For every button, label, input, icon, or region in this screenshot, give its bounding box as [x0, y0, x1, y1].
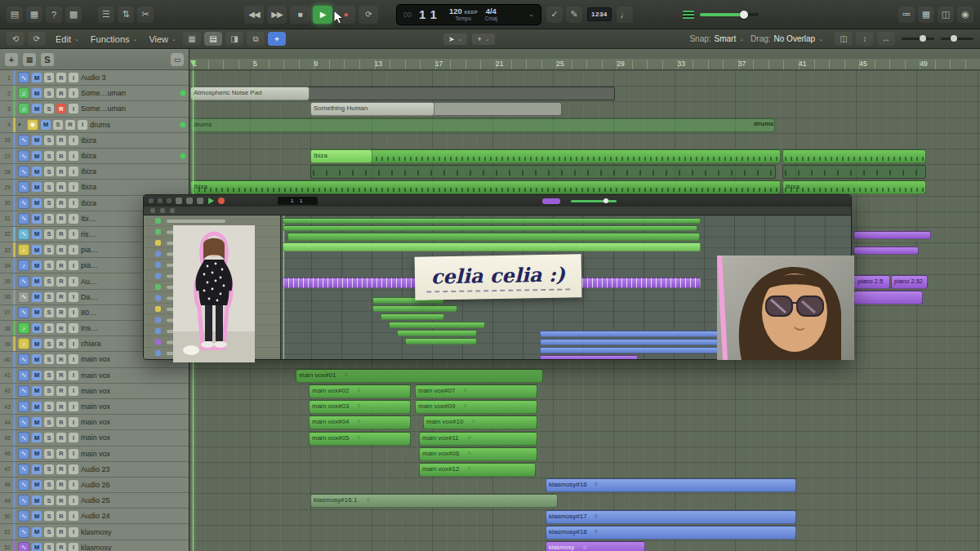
- mute-button[interactable]: M: [32, 167, 42, 176]
- track-on-led[interactable]: [180, 91, 185, 96]
- record-enable-button[interactable]: R: [56, 182, 66, 192]
- region[interactable]: main vox#06○: [419, 447, 537, 461]
- record-enable-button[interactable]: R: [56, 88, 66, 98]
- solo-button[interactable]: S: [44, 151, 54, 161]
- solo-button[interactable]: S: [44, 386, 54, 396]
- tuner-icon[interactable]: ✓: [546, 7, 563, 23]
- mute-button[interactable]: M: [32, 417, 42, 427]
- record-enable-button[interactable]: R: [56, 214, 66, 224]
- region[interactable]: klasmosy#17○: [546, 510, 796, 524]
- count-in-button[interactable]: 1234: [587, 7, 612, 21]
- record-enable-button[interactable]: R: [56, 260, 66, 270]
- region[interactable]: main vox#10○: [423, 415, 537, 429]
- region[interactable]: klasmosy#18○: [546, 526, 796, 540]
- zoom-presets-icon[interactable]: ▭: [171, 53, 184, 66]
- solo-button[interactable]: S: [44, 464, 54, 474]
- input-monitor-button[interactable]: I: [69, 136, 78, 145]
- solo-button[interactable]: S: [53, 120, 63, 130]
- add-track-button[interactable]: +: [5, 53, 18, 66]
- input-monitor-button[interactable]: I: [69, 480, 78, 490]
- record-enable-button[interactable]: R: [56, 480, 66, 490]
- region[interactable]: piano 2.52: [891, 275, 928, 289]
- menu-edit[interactable]: Edit⌄: [56, 34, 79, 44]
- cycle-button[interactable]: ⟳: [359, 6, 378, 24]
- mute-button[interactable]: M: [32, 449, 42, 459]
- region[interactable]: Something Human: [310, 102, 434, 116]
- record-enable-button[interactable]: R: [56, 402, 66, 411]
- record-enable-button[interactable]: R: [56, 417, 66, 427]
- toolbar-menu-icon[interactable]: ▤: [7, 7, 23, 23]
- solo-button[interactable]: S: [44, 167, 54, 176]
- mute-button[interactable]: M: [41, 120, 51, 130]
- track-row[interactable]: 50∿MSRIAudio 24: [0, 509, 189, 524]
- record-enable-button[interactable]: R: [56, 104, 66, 113]
- mute-button[interactable]: M: [32, 527, 42, 537]
- input-monitor-button[interactable]: I: [69, 73, 78, 82]
- input-monitor-button[interactable]: I: [69, 433, 78, 442]
- track-row[interactable]: 48∿MSRIAudio 26: [0, 478, 189, 493]
- track-on-led[interactable]: [180, 122, 185, 127]
- track-name[interactable]: Audio 25: [81, 496, 185, 504]
- mute-button[interactable]: M: [32, 464, 42, 474]
- record-enable-button[interactable]: R: [56, 433, 66, 442]
- record-enable-button[interactable]: R: [56, 151, 66, 161]
- horizontal-zoom-icon[interactable]: ↔: [877, 32, 895, 46]
- track-name[interactable]: Some…uman: [81, 104, 185, 113]
- record-enable-button[interactable]: R: [56, 323, 66, 333]
- region[interactable]: main vox#11○: [419, 432, 537, 446]
- track-name[interactable]: Audio 26: [81, 481, 185, 489]
- mute-button[interactable]: M: [32, 214, 42, 224]
- input-monitor-button[interactable]: I: [69, 214, 78, 224]
- track-name[interactable]: main vox: [81, 433, 185, 442]
- note-pads-icon[interactable]: ▦: [918, 7, 934, 23]
- input-monitor-button[interactable]: I: [69, 167, 78, 176]
- region[interactable]: main vox#05○: [309, 432, 411, 446]
- record-enable-button[interactable]: R: [56, 449, 66, 459]
- input-monitor-button[interactable]: I: [69, 198, 78, 208]
- record-enable-button[interactable]: R: [65, 120, 75, 130]
- menu-functions[interactable]: Functions⌄: [91, 34, 138, 44]
- track-name[interactable]: Ibiza: [81, 136, 185, 144]
- region[interactable]: klasmosy#16○: [546, 478, 796, 492]
- forward-button[interactable]: ▶▶: [267, 6, 287, 24]
- track-name[interactable]: main vox: [81, 450, 185, 458]
- undo-icon[interactable]: ⟲: [7, 32, 24, 46]
- track-name[interactable]: main vox: [81, 418, 185, 426]
- track-row[interactable]: 49∿MSRIAudio 25: [0, 493, 189, 509]
- vertical-zoom-icon[interactable]: ↕: [856, 32, 874, 46]
- mute-button[interactable]: M: [32, 543, 42, 551]
- disclosure-triangle-icon[interactable]: ▾: [18, 122, 24, 128]
- solo-button[interactable]: S: [44, 402, 54, 411]
- solo-button[interactable]: S: [44, 229, 54, 239]
- solo-button[interactable]: S: [44, 277, 54, 287]
- track-name[interactable]: Audio 23: [81, 465, 185, 473]
- region[interactable]: [782, 149, 926, 163]
- mute-button[interactable]: M: [32, 371, 42, 380]
- track-row[interactable]: 42∿MSRImain vox: [0, 384, 189, 399]
- catch-playhead-icon[interactable]: ⌖: [268, 32, 286, 46]
- record-enable-button[interactable]: R: [56, 386, 66, 396]
- track-name[interactable]: Ibiza: [81, 183, 185, 191]
- screenset-icon[interactable]: ▦: [26, 7, 42, 23]
- track-row[interactable]: 3♫MSRISome…uman: [0, 101, 189, 117]
- replace-icon[interactable]: ✎: [566, 7, 582, 23]
- record-enable-button[interactable]: R: [56, 354, 66, 364]
- mute-button[interactable]: M: [32, 495, 42, 505]
- tools-icon[interactable]: ✂: [137, 7, 154, 23]
- automation-icon[interactable]: ◨: [225, 32, 243, 46]
- solo-button[interactable]: S: [44, 88, 54, 98]
- list-view-icon[interactable]: ▤: [204, 32, 222, 46]
- input-monitor-button[interactable]: I: [69, 339, 78, 349]
- mute-button[interactable]: M: [32, 73, 42, 82]
- record-enable-button[interactable]: R: [56, 495, 66, 505]
- input-monitor-button[interactable]: I: [69, 511, 78, 521]
- solo-button[interactable]: S: [44, 371, 54, 380]
- record-enable-button[interactable]: R: [56, 73, 66, 82]
- mute-button[interactable]: M: [32, 323, 42, 333]
- input-monitor-button[interactable]: I: [69, 229, 78, 239]
- solo-button[interactable]: S: [44, 495, 54, 505]
- region[interactable]: [310, 165, 776, 179]
- menu-view[interactable]: View⌄: [149, 34, 176, 44]
- record-enable-button[interactable]: R: [56, 511, 66, 521]
- solo-button[interactable]: S: [44, 449, 54, 459]
